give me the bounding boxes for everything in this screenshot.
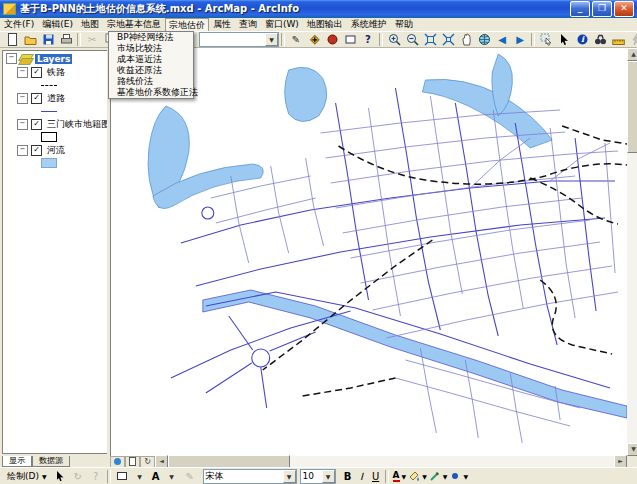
chevron-down-icon: ▼: [422, 473, 427, 480]
layout-view-button[interactable]: [125, 456, 140, 468]
editor-pencil-icon[interactable]: ✎: [287, 32, 305, 47]
menu-edit[interactable]: 编辑(E): [38, 17, 77, 32]
cut-icon[interactable]: ✂: [83, 32, 101, 47]
back-extent-icon[interactable]: ◀: [493, 32, 511, 47]
help-pointer-icon[interactable]: ?: [359, 32, 377, 47]
font-name-value[interactable]: 宋体: [204, 470, 283, 483]
refresh-view-button[interactable]: ↻: [140, 456, 155, 468]
menu-help[interactable]: 帮助: [391, 17, 417, 32]
edit-vertices-icon[interactable]: ✎: [181, 469, 199, 484]
zoom-to-selected-icon[interactable]: ?: [87, 469, 105, 484]
menu-item-bp-neural-network[interactable]: BP神经网络法: [109, 32, 193, 43]
menu-file[interactable]: 文件(F): [0, 17, 38, 32]
chevron-down-icon[interactable]: ▼: [163, 469, 181, 484]
font-size-value[interactable]: 10: [301, 471, 322, 481]
menu-window[interactable]: 窗口(W): [261, 17, 303, 32]
menu-item-cost-approach[interactable]: 成本逼近法: [109, 54, 193, 65]
scroll-down-icon[interactable]: ▼: [627, 443, 637, 456]
zoom-out-icon[interactable]: [403, 32, 421, 47]
fixed-zoom-in-icon[interactable]: [421, 32, 439, 47]
menu-item-income-capitalization[interactable]: 收益还原法: [109, 65, 193, 76]
menu-attributes[interactable]: 属性: [209, 17, 235, 32]
open-folder-icon[interactable]: [21, 32, 39, 47]
scrollbar-thumb[interactable]: [627, 61, 637, 153]
layer-checkbox[interactable]: ✓: [31, 93, 42, 104]
georeference-icon[interactable]: [323, 32, 341, 47]
tab-source[interactable]: 数据源: [32, 456, 70, 467]
layer-label[interactable]: 河流: [45, 144, 67, 157]
toc-root-label[interactable]: Layers: [35, 54, 72, 64]
underline-button[interactable]: U: [369, 469, 383, 483]
menu-parcel-valuation[interactable]: 宗地估价: [165, 18, 209, 32]
draw-menu-button[interactable]: 绘制(D) ▼: [3, 469, 51, 483]
menu-parcel-info[interactable]: 宗地基本信息: [103, 17, 165, 32]
layer-checkbox[interactable]: ✓: [31, 145, 42, 156]
select-elements-pointer-icon[interactable]: [555, 32, 573, 47]
scroll-up-icon[interactable]: ▲: [627, 48, 637, 61]
menu-item-market-comparison[interactable]: 市场比较法: [109, 43, 193, 54]
layer-label[interactable]: 道路: [45, 92, 67, 105]
toc-layer-cadastral[interactable]: − ✓ 三门峡市地籍图: [3, 118, 107, 131]
select-features-icon[interactable]: [537, 32, 555, 47]
menu-map-output[interactable]: 地图输出: [303, 17, 347, 32]
rectangle-tool-icon[interactable]: [113, 469, 131, 484]
bold-button[interactable]: B: [341, 469, 355, 483]
collapse-icon[interactable]: −: [17, 119, 28, 130]
text-tool-icon[interactable]: A: [149, 469, 163, 483]
toc-layer-railway[interactable]: − ✓ 铁路: [3, 66, 107, 79]
select-elements-pointer-icon[interactable]: [51, 469, 69, 484]
menu-item-benchmark-price-correction[interactable]: 基准地价系数修正法: [109, 87, 193, 98]
scale-combo[interactable]: ▼: [199, 32, 279, 47]
chevron-down-icon[interactable]: ▼: [322, 470, 335, 483]
save-icon[interactable]: [39, 32, 57, 47]
marker-color-button[interactable]: ▼: [449, 470, 468, 482]
find-binoculars-icon[interactable]: [591, 32, 609, 47]
collapse-icon[interactable]: −: [17, 67, 28, 78]
forward-extent-icon[interactable]: ▶: [511, 32, 529, 47]
font-size-combo[interactable]: 10 ▼: [300, 469, 336, 484]
scrollbar-track[interactable]: [290, 456, 614, 467]
tab-display[interactable]: 显示: [2, 456, 32, 467]
minimize-button[interactable]: _: [570, 1, 590, 17]
toc-layer-river[interactable]: − ✓ 河流: [3, 144, 107, 157]
print-icon[interactable]: [57, 32, 75, 47]
hyperlink-lightning-icon[interactable]: [627, 32, 637, 47]
new-document-icon[interactable]: [3, 32, 21, 47]
toc-root-row[interactable]: − Layers: [3, 52, 107, 65]
add-data-icon[interactable]: [305, 32, 323, 47]
menu-map[interactable]: 地图: [77, 17, 103, 32]
zoom-in-icon[interactable]: [385, 32, 403, 47]
data-view-button[interactable]: [110, 456, 125, 468]
map-vertical-scrollbar[interactable]: ▲ ▼: [627, 48, 637, 456]
measure-ruler-icon[interactable]: [609, 32, 627, 47]
chevron-down-icon[interactable]: ▼: [265, 33, 278, 46]
identify-icon[interactable]: i: [573, 32, 591, 47]
collapse-icon[interactable]: −: [17, 93, 28, 104]
toc-tabs: 显示 数据源: [2, 456, 70, 467]
collapse-icon[interactable]: −: [6, 53, 17, 64]
restore-button[interactable]: ❐: [592, 1, 612, 17]
italic-button[interactable]: I: [355, 469, 369, 483]
menu-item-route-price[interactable]: 路线价法: [109, 76, 193, 87]
close-button[interactable]: ✕: [614, 1, 634, 17]
layer-label[interactable]: 三门峡市地籍图: [45, 118, 108, 131]
map-canvas[interactable]: [110, 48, 627, 456]
menu-query[interactable]: 查询: [235, 17, 261, 32]
font-color-button[interactable]: A ▼: [393, 470, 407, 482]
fixed-zoom-out-icon[interactable]: [439, 32, 457, 47]
new-rectangle-icon[interactable]: [341, 32, 359, 47]
layer-checkbox[interactable]: ✓: [31, 119, 42, 130]
layer-checkbox[interactable]: ✓: [31, 67, 42, 78]
fill-color-button[interactable]: ▼: [408, 470, 427, 482]
rotate-icon[interactable]: ↻: [69, 469, 87, 484]
chevron-down-icon[interactable]: ▼: [283, 470, 296, 483]
layer-label[interactable]: 铁路: [45, 66, 67, 79]
full-extent-globe-icon[interactable]: [475, 32, 493, 47]
font-combo[interactable]: 宋体 ▼: [203, 469, 297, 484]
menu-system-maintenance[interactable]: 系统维护: [347, 17, 391, 32]
line-color-button[interactable]: ▼: [429, 470, 448, 482]
chevron-down-icon[interactable]: ▼: [131, 469, 149, 484]
collapse-icon[interactable]: −: [17, 145, 28, 156]
toc-layer-road[interactable]: − ✓ 道路: [3, 92, 107, 105]
pan-hand-icon[interactable]: [457, 32, 475, 47]
